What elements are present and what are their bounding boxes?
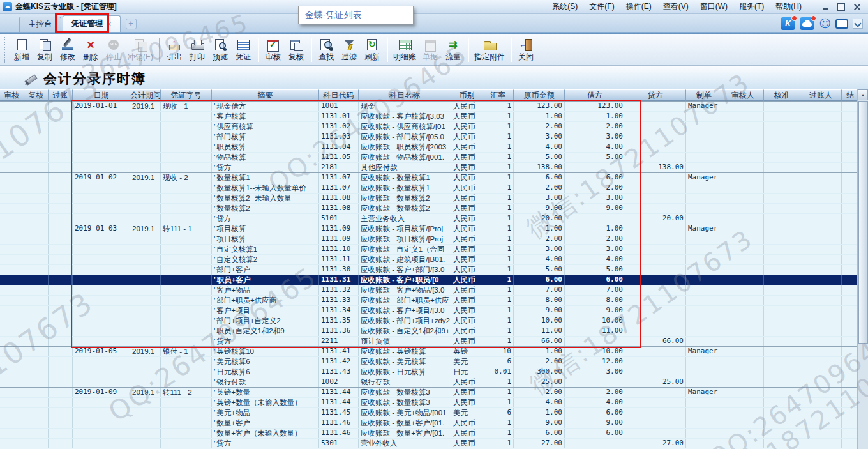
col-header-currency[interactable]: 币别 — [451, 89, 483, 101]
table-row[interactable]: '客户+物品1131.32应收账款 - 客户+物品/[3.0人民币17.007.… — [0, 285, 858, 295]
toolbar-button-ledger[interactable]: 明细账 — [391, 35, 419, 65]
table-row[interactable]: '部门+项目+自定义21131.35应收账款 - 部门+项目+zdy2人民币11… — [0, 316, 858, 326]
toolbar-button-review[interactable]: 复核 — [285, 35, 308, 65]
toolbar-button-copy[interactable]: 复制 — [33, 35, 56, 65]
table-row[interactable]: '职员核算1131.04应收账款 - 职员核算/[2003人民币14.004.0… — [0, 142, 858, 152]
table-row[interactable]: 2019-01-052019.1银付 - 1'英镑核算101131.41应收账款… — [0, 346, 858, 356]
collapse-chevron-icon[interactable] — [853, 19, 863, 29]
col-header-auditor[interactable]: 审核人 — [722, 89, 764, 101]
menu-item-3[interactable]: 查看(V) — [657, 0, 694, 14]
toolbar-button-filter[interactable]: 过滤 — [338, 35, 361, 65]
toolbar-button-closedoor[interactable]: 关闭 — [514, 35, 537, 65]
table-row[interactable]: '客户核算1131.01应收账款 - 客户核算/[3.03人民币11.001.0… — [0, 111, 858, 121]
tab-1[interactable]: 凭证管理× — [63, 15, 121, 32]
table-row[interactable]: '部门核算1131.03应收账款 - 部门核算/[05.0人民币13.003.0… — [0, 132, 858, 142]
table-row[interactable]: '客户+项目1131.34应收账款 - 客户+项目/[3.0人民币19.009.… — [0, 305, 858, 316]
closedoor-icon — [519, 38, 533, 51]
table-row[interactable]: '数量+客户1131.46应收账款 - 数量+客户/[01.人民币19.009.… — [0, 418, 858, 428]
table-row[interactable]: '部门+客户1131.30应收账款 - 客户+部门/[3.0人民币15.005.… — [0, 264, 858, 275]
table-row[interactable]: '职员+客户1131.31应收账款 - 客户+职员/[0人民币16.006.00 — [0, 275, 858, 285]
table-row[interactable]: '英镑+数量（未输入数量）1131.44应收账款 - 数量核算3人民币14.00… — [0, 397, 858, 407]
table-row[interactable]: 2019-01-092019.1转111 - 2'英镑+数量1131.44应收账… — [0, 387, 858, 397]
col-header-credit[interactable]: 贷方 — [625, 89, 686, 101]
cloud-sync-icon[interactable] — [800, 17, 814, 30]
col-header-approver[interactable]: 核准 — [764, 89, 800, 101]
table-row[interactable]: '部门+职员+供应商1131.33应收账款 - 部门+职员+供应人民币18.00… — [0, 295, 858, 305]
cell-amount: 138.00 — [514, 163, 565, 172]
col-header-period[interactable]: 会计期间 — [130, 89, 161, 101]
toolbar-button-attach[interactable]: 指定附件 — [472, 35, 507, 65]
table-row[interactable]: '贷方5101主营业务收入人民币120.0020.00 — [0, 213, 858, 224]
col-header-rate[interactable]: 汇率 — [483, 89, 514, 101]
table-row[interactable]: '项目核算1131.09应收账款 - 项目核算/[Proj人民币12.002.0… — [0, 234, 858, 244]
table-row[interactable]: 2019-01-032019.1转111 - 1'项目核算1131.09应收账款… — [0, 224, 858, 234]
table-row[interactable]: 2019-01-022019.1现收 - 2'数量核算11131.07应收账款 … — [0, 172, 858, 183]
toolbar-button-print[interactable]: 打印 — [186, 35, 209, 65]
table-row[interactable]: '数量核算2--未输入数量1131.08应收账款 - 数量核算2人民币13.00… — [0, 193, 858, 203]
toolbar-button-del[interactable]: 删除 — [79, 35, 102, 65]
scroll-up-icon[interactable]: ▲ — [858, 89, 868, 100]
kingdee-k-icon[interactable]: K — [781, 17, 795, 30]
tab-0[interactable]: 主控台 — [19, 17, 61, 32]
toolbar-button-new[interactable]: 新增 — [10, 35, 33, 65]
restore-icon[interactable] — [834, 2, 848, 12]
table-row[interactable]: '银行付款1002银行存款人民币125.0025.00 — [0, 377, 858, 387]
toolbar-button-flow[interactable]: 流量 — [442, 35, 465, 65]
toolbar-button-edit[interactable]: 修改 — [56, 35, 79, 65]
menu-item-2[interactable]: 操作(E) — [620, 0, 657, 14]
table-row[interactable]: '贷方5301营业外收入人民币127.0027.00 — [0, 438, 858, 448]
col-header-check-audit[interactable]: 审核 — [0, 89, 24, 101]
summary-tick: ' — [214, 358, 215, 365]
toolbar-button-label: 冲销(E) — [128, 52, 153, 63]
toolbar-button-preview[interactable]: 预览 — [209, 35, 232, 65]
table-row[interactable]: '自定义核算21131.11应收账款 - 建筑项目/[B01.人民币14.004… — [0, 254, 858, 264]
col-header-voucher-no[interactable]: 凭证字号 — [161, 89, 212, 101]
table-row[interactable]: '职员+自定义1和2和91131.36应收账款 - 自定义1和2和9+人民币11… — [0, 326, 858, 336]
menu-item-0[interactable]: 系统(S) — [546, 0, 583, 14]
toolbar-button-audit[interactable]: 审核 — [262, 35, 285, 65]
cell-check-review — [24, 418, 49, 428]
table-row[interactable]: 2019-01-012019.1现收 - 1'现金借方1001现金人民币1123… — [0, 101, 858, 111]
toolbar-button-refresh[interactable]: 刷新 — [361, 35, 384, 65]
col-header-account-code[interactable]: 科目代码 — [319, 89, 359, 101]
col-header-debit[interactable]: 借方 — [565, 89, 625, 101]
toolbar-button-find[interactable]: 查找 — [315, 35, 338, 65]
cell-summary: '数量+客户（未输入数量） — [212, 429, 319, 438]
tab-close-icon[interactable]: × — [107, 20, 112, 29]
minimize-icon[interactable] — [818, 2, 832, 12]
table-row[interactable]: '物品核算1131.05应收账款 - 物品核算/[001.人民币15.005.0… — [0, 152, 858, 162]
toolbar-button-export[interactable]: 引出 — [163, 35, 186, 65]
table-row[interactable]: '美元核算61131.42应收账款 - 美元核算美元62.0012.00 — [0, 356, 858, 367]
toolbar-grip[interactable] — [4, 37, 6, 63]
scrollbar-thumb[interactable] — [858, 101, 868, 344]
col-header-check-post[interactable]: 过账 — [49, 89, 73, 101]
table-row[interactable]: '自定义核算11131.10应收账款 - 自定义1（合同人民币13.003.00 — [0, 244, 858, 254]
close-icon[interactable] — [850, 2, 864, 12]
table-row[interactable]: '美元+物品1131.45应收账款 - 美元+物品/[001美元61.006.0… — [0, 407, 858, 418]
menu-item-4[interactable]: 窗口(W) — [694, 0, 733, 14]
menu-item-6[interactable]: 帮助(H) — [770, 0, 807, 14]
vertical-scrollbar[interactable]: ▲ — [857, 89, 868, 449]
edit-icon — [61, 38, 75, 51]
add-tab-button[interactable]: + — [126, 19, 137, 29]
col-header-maker[interactable]: 制单 — [686, 89, 722, 101]
col-header-check-review[interactable]: 复核 — [24, 89, 49, 101]
table-row[interactable]: '数量核算1--未输入数量单价1131.07应收账款 - 数量核算1人民币12.… — [0, 183, 858, 193]
col-header-extra[interactable]: 结 — [842, 89, 859, 101]
col-header-amount[interactable]: 原币金额 — [514, 89, 565, 101]
menu-item-1[interactable]: 文件(F) — [583, 0, 620, 14]
menu-item-5[interactable]: 服务(T) — [733, 0, 770, 14]
col-header-date[interactable]: 日期 — [73, 89, 130, 101]
col-header-poster[interactable]: 过账人 — [800, 89, 842, 101]
col-header-account-name[interactable]: 科目名称 — [359, 89, 451, 101]
table-row[interactable]: '数量核算21131.08应收账款 - 数量核算2人民币19.009.00 — [0, 203, 858, 213]
feedback-bubble-icon[interactable] — [835, 19, 848, 29]
table-row[interactable]: '贷方2181其他应付款人民币1138.00138.00 — [0, 162, 858, 172]
smiley-icon[interactable]: ☺ — [819, 17, 831, 30]
table-row[interactable]: '供应商核算1131.02应收账款 - 供应商核算/[01人民币12.002.0… — [0, 121, 858, 132]
table-row[interactable]: '数量+客户（未输入数量）1131.46应收账款 - 数量+客户/[01.人民币… — [0, 428, 858, 438]
col-header-summary[interactable]: 摘要 — [212, 89, 319, 101]
table-row[interactable]: '贷方2211预计负债人民币166.0066.00 — [0, 336, 858, 346]
table-row[interactable]: '日元核算61131.43应收账款 - 日元核算日元0.01300.003.00 — [0, 367, 858, 377]
toolbar-button-voucher[interactable]: 凭证 — [232, 35, 255, 65]
